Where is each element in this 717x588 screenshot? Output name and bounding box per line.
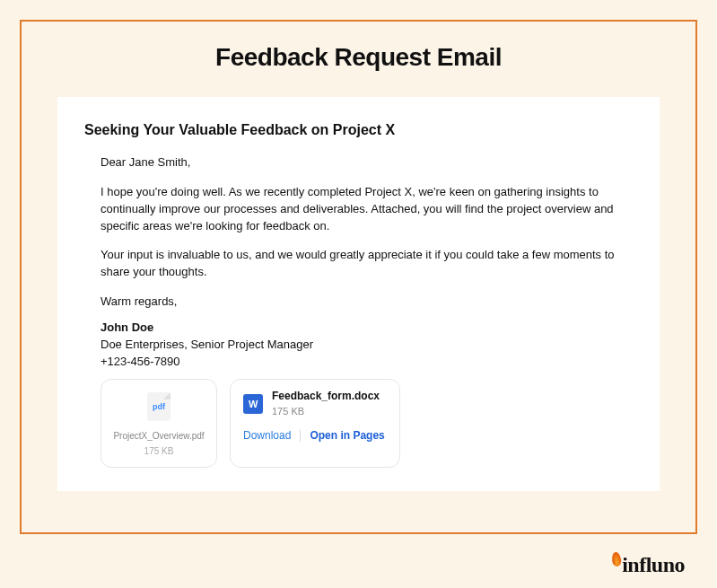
attachment-size: 175 KB [144,445,174,459]
email-greeting: Dear Jane Smith, [101,154,616,171]
file-icon-label: pdf [147,401,171,413]
attachment-filename: Feedback_form.docx [272,389,380,404]
brand-text: influno [622,553,685,577]
signature-name: John Doe [101,320,616,337]
action-divider [300,429,301,442]
email-paragraph-2: Your input is invaluable to us, and we w… [101,247,616,281]
download-link[interactable]: Download [243,428,291,443]
email-paragraph-1: I hope you're doing well. As we recently… [101,184,616,235]
attachment-card[interactable]: pdf ProjectX_Overview.pdf 175 KB [101,379,217,468]
attachment-filename: ProjectX_Overview.pdf [113,430,204,443]
page-title: Feedback Request Email [22,43,695,72]
attachment-card[interactable]: Feedback_form.docx 175 KB Download Open … [230,379,400,468]
email-signoff: Warm regards, [101,294,616,311]
content-frame: Feedback Request Email Seeking Your Valu… [20,20,697,534]
word-file-icon [243,394,263,414]
attachments-row: pdf ProjectX_Overview.pdf 175 KB Feedbac… [101,379,616,468]
email-card: Seeking Your Valuable Feedback on Projec… [57,97,660,491]
email-subject: Seeking Your Valuable Feedback on Projec… [84,122,633,138]
signature-phone: +123-456-7890 [101,354,616,371]
email-body: Dear Jane Smith, I hope you're doing wel… [84,154,633,468]
brand-logo: influno [612,553,685,577]
attachment-size: 175 KB [272,405,380,419]
flame-icon [611,551,622,566]
open-in-pages-link[interactable]: Open in Pages [310,428,384,443]
signature-title: Doe Enterprises, Senior Project Manager [101,337,616,354]
pdf-file-icon: pdf [147,392,171,421]
